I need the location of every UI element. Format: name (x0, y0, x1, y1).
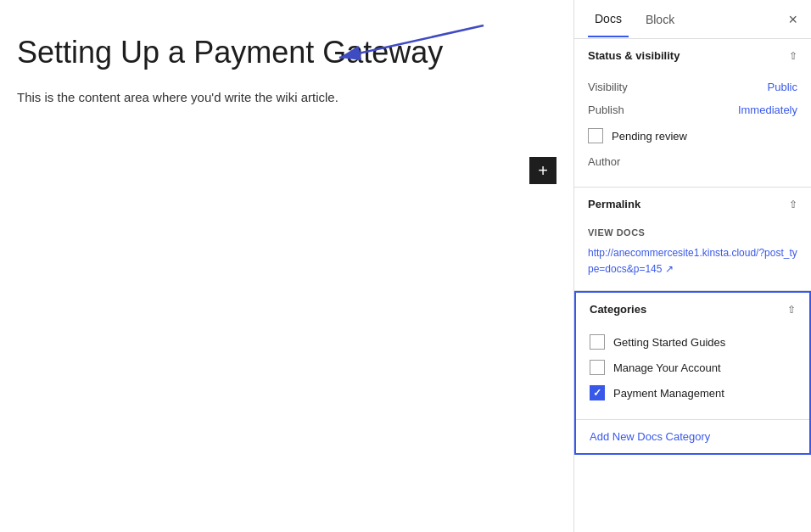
chevron-up-icon: ⇧ (789, 50, 797, 62)
visibility-value[interactable]: Public (768, 81, 797, 93)
permalink-header[interactable]: Permalink ⇧ (574, 188, 811, 221)
visibility-label: Visibility (588, 81, 628, 93)
author-label: Author (588, 155, 620, 168)
publish-row: Publish Immediately (588, 98, 797, 121)
view-docs-label: VIEW DOCS (588, 224, 797, 244)
permalink-section: Permalink ⇧ VIEW DOCS http://anecommerce… (574, 188, 811, 291)
chevron-up-icon-permalink: ⇧ (789, 199, 797, 210)
add-new-category-link[interactable]: Add New Docs Category (576, 419, 809, 453)
category-checkbox-2[interactable] (590, 385, 605, 400)
pending-review-label: Pending review (612, 130, 687, 143)
category-label-2: Payment Management (613, 387, 724, 400)
categories-title: Categories (590, 303, 646, 316)
tab-docs[interactable]: Docs (588, 2, 629, 37)
page-title: Setting Up a Payment Gateway (17, 34, 540, 70)
status-visibility-title: Status & visibility (588, 49, 680, 62)
status-visibility-body: Visibility Public Publish Immediately Pe… (574, 72, 811, 187)
category-item-0: Getting Started Guides (590, 329, 796, 355)
page-body-text: This is the content area where you'd wri… (17, 87, 540, 108)
tab-block[interactable]: Block (639, 3, 681, 36)
categories-body: Getting Started Guides Manage Your Accou… (576, 326, 809, 419)
publish-value[interactable]: Immediately (738, 104, 797, 116)
author-row: Author (588, 150, 797, 173)
category-label-1: Manage Your Account (613, 361, 721, 374)
category-checkbox-0[interactable] (590, 334, 605, 350)
chevron-up-icon-categories: ⇧ (787, 304, 796, 316)
pending-review-row: Pending review (588, 121, 797, 150)
close-button[interactable]: × (788, 12, 797, 27)
category-checkbox-1[interactable] (590, 360, 605, 375)
main-content-area: Setting Up a Payment Gateway This is the… (0, 0, 573, 532)
permalink-url[interactable]: http://anecommercesite1.kinsta.cloud/?po… (588, 247, 797, 275)
add-block-button[interactable]: + (529, 157, 557, 184)
category-item-1: Manage Your Account (590, 355, 796, 380)
category-label-0: Getting Started Guides (613, 336, 725, 349)
sidebar-header: Docs Block × (574, 0, 811, 39)
pending-review-checkbox[interactable] (588, 128, 603, 143)
categories-header[interactable]: Categories ⇧ (576, 293, 809, 326)
publish-label: Publish (588, 104, 624, 116)
categories-section: Categories ⇧ Getting Started Guides Mana… (574, 291, 811, 455)
sidebar: Docs Block × Status & visibility ⇧ Visib… (573, 0, 811, 532)
status-visibility-header[interactable]: Status & visibility ⇧ (574, 39, 811, 72)
status-visibility-section: Status & visibility ⇧ Visibility Public … (574, 39, 811, 188)
permalink-title: Permalink (588, 198, 640, 210)
category-item-2: Payment Management (590, 380, 796, 406)
permalink-body: VIEW DOCS http://anecommercesite1.kinsta… (574, 221, 811, 290)
visibility-row: Visibility Public (588, 76, 797, 98)
